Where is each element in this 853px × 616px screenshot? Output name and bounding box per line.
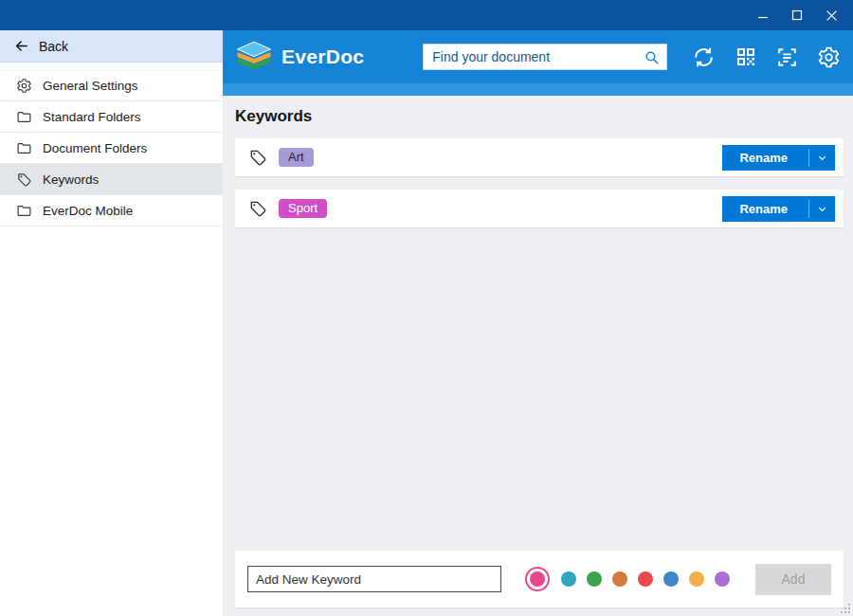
scan-icon [775, 45, 799, 69]
keywords-panel: Keywords Art Rename Spo [223, 96, 853, 616]
search-input[interactable] [432, 49, 644, 64]
sidebar: Back General Settings Standard Folders [0, 30, 223, 616]
header-actions [691, 45, 842, 70]
tag-icon [15, 171, 32, 188]
new-keyword-input[interactable] [247, 566, 501, 592]
color-swatch[interactable] [612, 571, 627, 587]
app-window: Back General Settings Standard Folders [0, 0, 853, 616]
add-button[interactable]: Add [755, 564, 831, 595]
sync-icon [692, 45, 716, 69]
color-swatch[interactable] [715, 571, 730, 587]
chevron-down-icon [817, 153, 827, 163]
titlebar [0, 0, 853, 30]
sidebar-item-general-settings[interactable]: General Settings [0, 70, 223, 101]
sidebar-menu: General Settings Standard Folders Docume… [0, 70, 223, 226]
search-icon[interactable] [644, 49, 660, 65]
keyword-row: Art Rename [235, 138, 844, 176]
tag-icon [248, 148, 267, 167]
color-swatch[interactable] [638, 571, 653, 587]
folder-icon [15, 202, 32, 219]
sidebar-item-document-folders[interactable]: Document Folders [0, 133, 223, 164]
folder-icon [15, 108, 32, 125]
color-swatches [524, 571, 730, 587]
sidebar-item-label: Keywords [43, 172, 99, 187]
sync-button[interactable] [691, 45, 717, 70]
app-header: EverDoc [223, 30, 853, 83]
page-title: Keywords [235, 107, 844, 126]
color-swatch[interactable] [561, 571, 576, 587]
chevron-down-icon [817, 204, 827, 214]
color-swatch[interactable] [689, 571, 704, 587]
add-keyword-bar: Add [235, 551, 844, 607]
sidebar-item-everdoc-mobile[interactable]: EverDoc Mobile [0, 195, 223, 226]
back-button[interactable]: Back [0, 30, 223, 63]
gear-icon [15, 78, 32, 95]
everdoc-logo-icon [235, 39, 273, 75]
maximize-icon [791, 9, 803, 21]
color-swatch[interactable] [663, 571, 679, 587]
tag-icon [248, 199, 267, 218]
maximize-button[interactable] [785, 4, 809, 27]
qr-code-icon [735, 45, 757, 68]
gear-icon [817, 45, 841, 69]
keyword-badge: Sport [279, 199, 327, 218]
back-label: Back [39, 39, 68, 54]
keyword-badge: Art [279, 148, 314, 167]
back-arrow-icon [13, 38, 29, 54]
sidebar-item-label: General Settings [43, 79, 138, 93]
keyword-row: Sport Rename [235, 190, 844, 227]
header-accent-strip [223, 83, 853, 96]
folder-icon [15, 139, 32, 156]
rename-dropdown[interactable] [809, 196, 835, 222]
app-title: EverDoc [281, 45, 364, 68]
minimize-icon [757, 9, 769, 21]
color-swatch[interactable] [530, 571, 545, 587]
sidebar-item-standard-folders[interactable]: Standard Folders [0, 101, 223, 133]
settings-button[interactable] [816, 45, 842, 70]
sidebar-item-label: Standard Folders [43, 110, 141, 124]
sidebar-item-label: EverDoc Mobile [43, 204, 133, 218]
rename-dropdown[interactable] [809, 145, 835, 171]
scan-button[interactable] [774, 45, 800, 70]
minimize-button[interactable] [751, 4, 775, 27]
rename-label: Rename [722, 145, 808, 171]
rename-button[interactable]: Rename [722, 145, 835, 171]
window-controls [751, 4, 853, 27]
qr-code-button[interactable] [733, 45, 758, 70]
resize-grip[interactable] [839, 602, 851, 614]
search-box [423, 44, 667, 70]
close-button[interactable] [819, 4, 844, 27]
rename-button[interactable]: Rename [722, 196, 835, 222]
sidebar-item-label: Document Folders [43, 141, 147, 155]
rename-label: Rename [722, 196, 808, 222]
color-swatch[interactable] [587, 571, 602, 587]
sidebar-item-keywords[interactable]: Keywords [0, 164, 223, 195]
close-icon [826, 9, 838, 22]
